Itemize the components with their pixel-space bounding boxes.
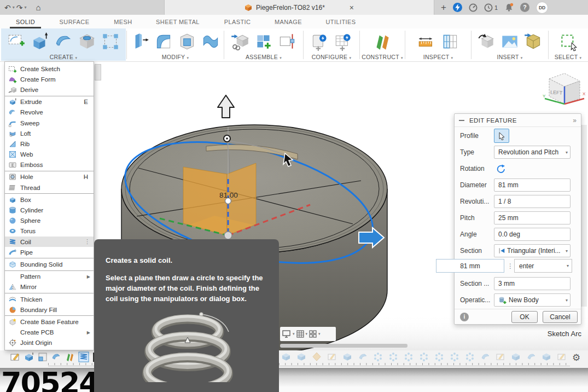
type-dropdown[interactable]: Revolution and Pitch▾ [494, 146, 570, 159]
timeline-coil-icon[interactable] [78, 351, 89, 362]
combine-icon[interactable] [200, 31, 221, 52]
menu-item-pipe[interactable]: Pipe [5, 247, 94, 257]
revolutions-input[interactable]: 1 / 8 [494, 195, 570, 208]
menu-item-create-pcb[interactable]: Create PCB▶ [5, 327, 94, 338]
extensions-icon[interactable] [453, 3, 462, 12]
construct-group-label[interactable]: CONSTRUCT ▾ [360, 54, 404, 60]
browser-scrollbar-stub[interactable] [95, 64, 101, 80]
tab-manage[interactable]: MANAGE [272, 15, 304, 28]
press-pull-icon[interactable] [130, 31, 150, 52]
menu-item-hole[interactable]: HoleH [5, 172, 94, 182]
redo-icon[interactable]: ↷ [16, 3, 23, 12]
menu-item-coil[interactable]: Coil⋮ [5, 237, 94, 247]
timeline-sketch-icon[interactable] [10, 351, 21, 362]
menu-item-sweep[interactable]: Sweep [5, 118, 94, 128]
panel-scrollbar[interactable] [581, 125, 587, 307]
insert-mcmaster-icon[interactable] [523, 31, 544, 52]
rectangular-pattern-icon[interactable] [100, 31, 121, 52]
insert-mesh-icon[interactable] [476, 31, 497, 52]
toolbar-group-assemble[interactable]: ASSEMBLE ▾ [225, 28, 302, 61]
assemble-group-label[interactable]: ASSEMBLE ▾ [225, 54, 302, 60]
horizontal-scrollbar[interactable] [280, 344, 407, 348]
timeline-revolve-icon[interactable] [51, 351, 62, 362]
menu-item-revolve[interactable]: Revolve [5, 107, 94, 118]
menu-item-box[interactable]: Box [5, 194, 94, 205]
section-analysis-icon[interactable] [440, 31, 461, 52]
shell-icon[interactable] [177, 31, 197, 52]
diameter-input[interactable]: 81 mm [494, 178, 570, 192]
menu-item-torus[interactable]: Torus [5, 226, 94, 237]
notifications-bell-icon[interactable] [504, 3, 514, 12]
menu-item-joint-origin[interactable]: Joint Origin [5, 338, 94, 348]
toolbar-group-construct[interactable]: CONSTRUCT ▾ [360, 28, 404, 61]
operation-dropdown[interactable]: New Body▾ [494, 293, 570, 307]
timeline-faded-features[interactable] [281, 351, 566, 364]
viewports-icon[interactable] [308, 330, 317, 338]
menu-item-cylinder[interactable]: Cylinder [5, 205, 94, 215]
menu-item-web[interactable]: Web [5, 149, 94, 160]
menu-item-thread[interactable]: Thread [5, 182, 94, 193]
gear-icon[interactable]: ⚙ [572, 352, 580, 364]
expand-chevrons-icon[interactable]: » [573, 117, 577, 124]
toolbar-group-insert[interactable]: INSERT ▾ [472, 28, 548, 61]
tab-surface[interactable]: SURFACE [57, 15, 91, 28]
profile-select-button[interactable] [494, 129, 509, 143]
extrude-icon[interactable] [30, 31, 50, 52]
viewcube[interactable]: LEFT Y X [540, 68, 586, 114]
home-icon[interactable]: ⌂ [36, 3, 41, 12]
avatar[interactable]: DD [536, 2, 548, 14]
construction-plane-icon[interactable] [372, 31, 393, 52]
tab-utilities[interactable]: UTILITIES [324, 15, 358, 28]
display-caret-icon[interactable]: ▾ [293, 332, 295, 336]
toolbar-group-inspect[interactable]: INSPECT ▾ [406, 28, 470, 61]
menu-item-boundary-fill[interactable]: Boundary Fill [5, 304, 94, 315]
create-group-label[interactable]: CREATE ▾ [1, 54, 126, 60]
timeline-box-icon[interactable] [37, 351, 48, 362]
origin-handle[interactable] [224, 232, 232, 239]
tab-plastic[interactable]: PLASTIC [222, 15, 253, 28]
redo-caret-icon[interactable]: ▾ [24, 5, 26, 10]
menu-item-derive[interactable]: Derive [5, 84, 94, 95]
section-size-input[interactable]: 3 mm [494, 277, 570, 290]
configuration-table-icon[interactable] [333, 31, 354, 52]
menu-item-bounding-solid[interactable]: Bounding Solid [5, 259, 94, 269]
insert-group-label[interactable]: INSERT ▾ [472, 54, 548, 60]
info-icon[interactable]: i [460, 313, 469, 321]
revolve-icon[interactable] [53, 31, 74, 52]
menu-item-create-form[interactable]: Create Form [5, 74, 94, 84]
tab-sheet-metal[interactable]: SHEET METAL [155, 15, 201, 28]
inspect-group-label[interactable]: INSPECT ▾ [406, 54, 470, 60]
undo-icon[interactable]: ↶ [4, 3, 11, 12]
modify-group-label[interactable]: MODIFY ▾ [127, 54, 223, 60]
height-arrow-manipulator[interactable] [218, 95, 234, 118]
construction-planes[interactable] [183, 163, 256, 235]
job-status[interactable]: 1 [484, 3, 498, 12]
diameter-dimension-label[interactable]: 81.00 [219, 191, 238, 199]
select-icon[interactable] [558, 31, 579, 52]
close-tab-icon[interactable]: × [350, 3, 354, 12]
toolbar-group-modify[interactable]: MODIFY ▾ [127, 28, 223, 61]
dimension-mode-dropdown[interactable]: enter ▾ [514, 259, 572, 273]
dimension-value-input[interactable]: 81 mm [436, 259, 504, 273]
rotation-direction-icon[interactable] [496, 164, 506, 174]
tab-mesh[interactable]: MESH [109, 15, 137, 28]
menu-item-create-base-feature[interactable]: Create Base Feature [5, 316, 94, 327]
coil-overflow-icon[interactable]: ⋮ [84, 238, 90, 245]
new-tab-icon[interactable]: + [441, 2, 446, 13]
ok-button[interactable]: OK [511, 311, 538, 323]
menu-item-sphere[interactable]: Sphere [5, 216, 94, 226]
joint-icon[interactable] [277, 31, 298, 52]
fillet-icon[interactable] [153, 31, 174, 52]
select-group-label[interactable]: SELECT ▾ [549, 54, 587, 60]
menu-item-thicken[interactable]: Thicken [5, 294, 94, 304]
pitch-input[interactable]: 25 mm [494, 211, 570, 224]
section-dropdown[interactable]: Triangular (Interi...▾ [494, 244, 570, 257]
menu-item-create-sketch[interactable]: Create Sketch [5, 64, 94, 74]
timeline-construct-icon[interactable] [65, 351, 75, 362]
menu-item-mirror[interactable]: Mirror [5, 282, 94, 292]
undo-caret-icon[interactable]: ▾ [13, 5, 15, 10]
canvas-icon[interactable] [499, 31, 520, 52]
menu-item-extrude[interactable]: ExtrudeE [5, 97, 94, 107]
toolbar-group-create[interactable]: CREATE ▾ [1, 28, 126, 61]
new-component-icon[interactable] [253, 31, 274, 52]
